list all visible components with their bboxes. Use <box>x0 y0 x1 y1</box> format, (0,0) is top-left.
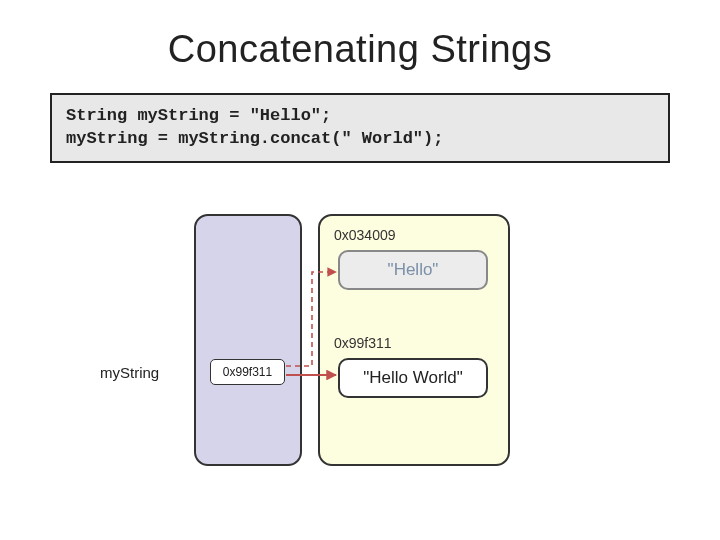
memory-diagram: myString 0x99f311 0x034009 "Hello" 0x99f… <box>0 200 720 520</box>
code-snippet: String myString = "Hello"; myString = my… <box>50 93 670 163</box>
variable-name-label: myString <box>100 364 159 381</box>
stack-region <box>194 214 302 466</box>
variable-value-cell: 0x99f311 <box>210 359 285 385</box>
heap-object-new: "Hello World" <box>338 358 488 398</box>
heap-address-1: 0x99f311 <box>334 335 392 351</box>
page-title: Concatenating Strings <box>0 28 720 71</box>
heap-address-0: 0x034009 <box>334 227 396 243</box>
heap-object-old: "Hello" <box>338 250 488 290</box>
